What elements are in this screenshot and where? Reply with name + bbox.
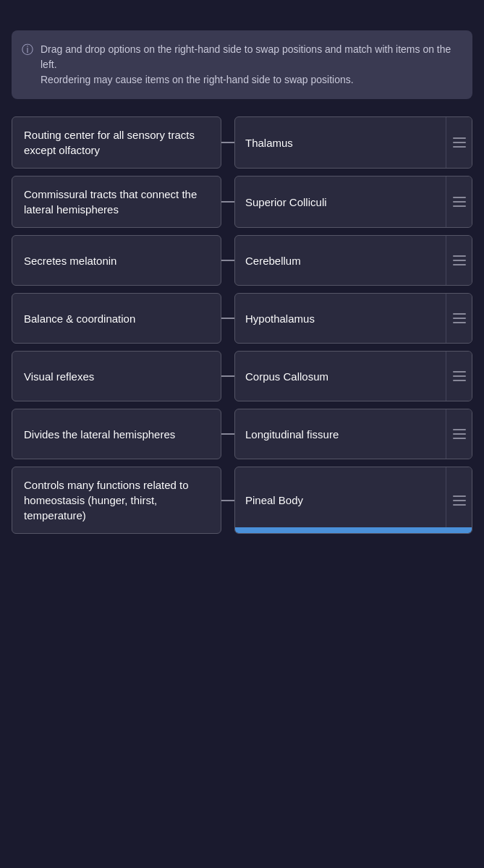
right-cell-wrapper-3[interactable]: Hypothalamus — [234, 293, 472, 344]
connector-2 — [221, 235, 234, 286]
drag-handle-icon-1 — [453, 197, 466, 207]
right-cell-0: Thalamus — [235, 117, 446, 168]
connector-1 — [221, 176, 234, 228]
right-cell-wrapper-0[interactable]: Thalamus — [234, 116, 472, 169]
left-cell-3: Balance & coordination — [12, 293, 221, 344]
drag-handle-5[interactable] — [446, 409, 472, 459]
connector-0 — [221, 116, 234, 169]
match-row: Routing center for all sensory tracts ex… — [12, 116, 472, 169]
left-cell-2: Secretes melatonin — [12, 235, 221, 286]
left-cell-0: Routing center for all sensory tracts ex… — [12, 116, 221, 169]
match-rows: Routing center for all sensory tracts ex… — [12, 116, 472, 534]
left-cell-1: Commissural tracts that connect the late… — [12, 176, 221, 228]
info-text: Drag and drop options on the right-hand … — [41, 42, 461, 88]
match-row: Visual reflexesCorpus Callosum — [12, 351, 472, 401]
left-cell-6: Controls many functions related to homeo… — [12, 467, 221, 534]
match-row: Commissural tracts that connect the late… — [12, 176, 472, 228]
right-cell-wrapper-6[interactable]: Pineal Body — [234, 467, 472, 534]
match-row: Balance & coordinationHypothalamus — [12, 293, 472, 344]
connector-4 — [221, 351, 234, 401]
match-row: Controls many functions related to homeo… — [12, 467, 472, 534]
left-cell-4: Visual reflexes — [12, 351, 221, 401]
right-cell-4: Corpus Callosum — [235, 352, 446, 401]
drag-handle-icon-0 — [453, 137, 466, 148]
right-cell-wrapper-4[interactable]: Corpus Callosum — [234, 351, 472, 401]
drag-handle-6[interactable] — [446, 467, 472, 533]
match-row: Secretes melatoninCerebellum — [12, 235, 472, 286]
right-cell-wrapper-2[interactable]: Cerebellum — [234, 235, 472, 286]
right-cell-6: Pineal Body — [235, 467, 446, 533]
connector-3 — [221, 293, 234, 344]
drag-handle-2[interactable] — [446, 236, 472, 285]
right-cell-5: Longitudinal fissure — [235, 409, 446, 459]
drag-handle-icon-5 — [453, 429, 466, 439]
connector-6 — [221, 467, 234, 534]
connector-5 — [221, 409, 234, 459]
drag-handle-icon-3 — [453, 313, 466, 323]
right-cell-wrapper-1[interactable]: Superior Colliculi — [234, 176, 472, 228]
info-box: ⓘ Drag and drop options on the right-han… — [12, 30, 472, 99]
right-cell-1: Superior Colliculi — [235, 176, 446, 227]
drag-handle-icon-4 — [453, 371, 466, 381]
drag-handle-icon-6 — [453, 495, 466, 506]
left-cell-5: Divides the lateral hemispheres — [12, 409, 221, 459]
drag-handle-4[interactable] — [446, 352, 472, 401]
right-cell-3: Hypothalamus — [235, 294, 446, 343]
match-row: Divides the lateral hemispheresLongitudi… — [12, 409, 472, 459]
drag-handle-0[interactable] — [446, 117, 472, 168]
right-cell-wrapper-5[interactable]: Longitudinal fissure — [234, 409, 472, 459]
drag-handle-3[interactable] — [446, 294, 472, 343]
right-cell-2: Cerebellum — [235, 236, 446, 285]
info-icon: ⓘ — [22, 43, 33, 88]
drag-handle-1[interactable] — [446, 176, 472, 227]
drag-handle-icon-2 — [453, 255, 466, 265]
